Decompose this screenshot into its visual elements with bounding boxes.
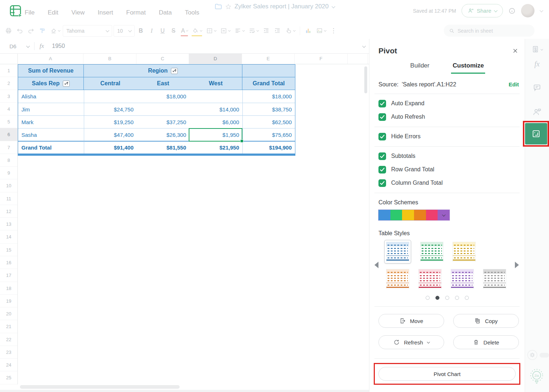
styles-page-dot-3[interactable] [445,296,449,300]
font-color-button[interactable]: A [180,25,189,37]
row-header-17[interactable]: 17 [0,269,17,282]
styles-next-arrow-icon[interactable] [515,262,519,268]
row-header-19[interactable]: 19 [0,295,17,307]
row-header-18[interactable]: 18 [0,282,17,295]
print-button[interactable] [4,25,13,37]
fill-color-button[interactable] [190,25,203,37]
color-scheme-swatch-5[interactable] [426,210,438,220]
color-scheme-swatch-3[interactable] [402,210,414,220]
undo-button[interactable] [15,25,25,37]
pivot-cell[interactable]: Jim [18,103,84,115]
pivot-grand-total-cell[interactable]: $21,950 [189,141,242,154]
column-header-a[interactable]: A [18,54,83,64]
pivot-column-header-central[interactable]: Central [84,77,137,90]
pivot-cell[interactable]: $26,300 [137,128,189,141]
column-header-e[interactable]: E [242,54,295,64]
pivot-column-header-east[interactable]: East [137,77,189,90]
row-header-2[interactable]: 2 [0,77,17,90]
row-header-12[interactable]: 12 [0,205,17,218]
table-style-blue[interactable] [386,242,409,262]
menu-insert[interactable]: Insert [98,9,113,16]
color-scheme-swatch-2[interactable] [390,210,402,220]
select-all-corner[interactable] [0,54,18,64]
pivot-cell[interactable]: $75,650 [242,128,295,141]
checkbox-auto-refresh[interactable]: Auto Refresh [378,113,525,121]
pivot-column-header-west[interactable]: West [189,77,242,90]
increase-indent-button[interactable] [273,25,282,37]
theme-toggle-icon[interactable] [527,349,549,361]
chart-button[interactable] [303,25,313,37]
star-icon[interactable] [225,4,231,10]
bold-button[interactable]: B [136,25,146,37]
table-style-green[interactable] [420,242,443,262]
row-header-16[interactable]: 16 [0,256,17,269]
clear-format-button[interactable] [49,25,61,37]
pivot-cell[interactable]: Mark [18,115,84,128]
redo-button[interactable] [26,25,36,37]
tab-builder[interactable]: Builder [409,60,431,74]
decrease-indent-button[interactable] [261,25,271,37]
strikethrough-button[interactable]: S [169,25,178,37]
row-header-5[interactable]: 5 [0,115,17,128]
menu-tools[interactable]: Tools [185,9,200,16]
row-header-23[interactable]: 23 [0,346,17,359]
column-header-f[interactable]: F [295,54,348,64]
pivot-cell[interactable]: $14,000 [189,103,242,115]
pivot-row-field-cell[interactable]: Sales Rep [18,77,84,90]
edit-source-link[interactable]: Edit [509,81,519,87]
pivot-cell[interactable]: $18,000 [242,90,295,103]
pivot-cell[interactable]: Sasha [18,128,84,141]
styles-page-dot-1[interactable] [426,296,430,300]
color-scheme-swatch-1[interactable] [378,210,390,220]
cell-name-box[interactable]: D6 [0,43,34,49]
color-scheme-swatch-6[interactable] [438,210,450,220]
more-tools-button[interactable]: ⋮ [329,25,338,37]
row-header-11[interactable]: 11 [0,192,17,205]
font-size-select[interactable]: 10 [114,25,135,37]
pivot-column-header-grand-total[interactable]: Grand Total [242,77,295,90]
pivot-column-field-cell[interactable]: Region [84,65,242,77]
title-menu-chevron-icon[interactable] [332,4,335,8]
row-header-4[interactable]: 4 [0,103,17,115]
pivot-cell[interactable]: Alisha [18,90,84,103]
refresh-button[interactable]: Refresh [378,335,444,349]
column-header-d[interactable]: D [189,54,242,64]
close-icon[interactable] [512,48,518,54]
sheet-view-icon[interactable] [532,45,542,54]
merge-cells-button[interactable] [219,25,232,37]
row-header-14[interactable]: 14 [0,230,17,243]
conditional-format-button[interactable] [284,25,296,37]
sheet-search[interactable] [444,25,534,37]
share-button[interactable]: Share [462,4,503,17]
row-header-21[interactable]: 21 [0,320,17,333]
checkbox-auto-expand[interactable]: Auto Expand [378,99,525,107]
row-header-13[interactable]: 13 [0,218,17,230]
menu-data[interactable]: Data [159,9,172,16]
copy-button[interactable]: Copy [453,314,519,328]
pivot-cell[interactable] [84,90,137,103]
row-header-22[interactable]: 22 [0,333,17,346]
table-style-gray[interactable] [483,269,506,289]
folder-icon[interactable] [214,3,222,10]
fx-icon[interactable]: fx [40,42,44,50]
menu-format[interactable]: Format [126,9,146,16]
menu-view[interactable]: View [71,9,85,16]
column-header-b[interactable]: B [83,54,136,64]
pivot-grand-total-cell[interactable]: Grand Total [18,141,84,154]
font-family-select[interactable]: Tahoma [63,25,112,37]
insert-image-button[interactable] [315,25,327,37]
comments-icon[interactable] [533,83,541,92]
pivot-grand-total-cell[interactable]: $194,900 [242,141,295,154]
styles-prev-arrow-icon[interactable] [374,262,378,268]
document-title[interactable]: Zylker Sales report | January 2020 [234,3,329,10]
styles-page-dot-5[interactable] [465,296,469,300]
checkbox-hide-errors[interactable]: Hide Errors [378,132,525,140]
row-header-7[interactable]: 7 [0,141,17,154]
pivot-cell[interactable]: $37,250 [137,115,189,128]
pivot-cell[interactable]: $38,750 [242,103,295,115]
color-scheme-swatch-4[interactable] [414,210,426,220]
row-header-15[interactable]: 15 [0,244,17,256]
sales-rep-filter-icon[interactable] [63,81,70,87]
italic-button[interactable]: I [147,25,156,37]
borders-button[interactable] [205,25,217,37]
